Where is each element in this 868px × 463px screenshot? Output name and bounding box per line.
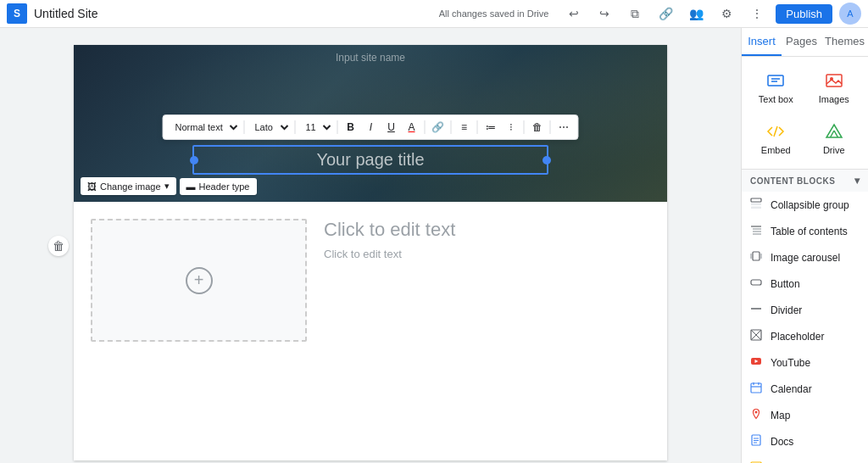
text-color-button[interactable]: A [403,118,421,137]
block-button[interactable]: Button [742,271,868,297]
image-placeholder[interactable]: + [91,219,307,342]
more-format-button[interactable]: ⋯ [554,118,573,137]
text-formatting-toolbar: Normal text Heading 1 Heading 2 Lato Ari… [163,114,579,140]
panel-tabs: Insert Pages Themes [742,28,868,57]
block-youtube[interactable]: YouTube [742,349,868,376]
insert-embed[interactable]: Embed [748,114,804,162]
toolbar-divider-8 [550,120,551,134]
content-blocks-label: CONTENT BLOCKS [750,176,835,186]
text-content: Click to edit text Click to edit text [324,219,650,260]
tab-insert[interactable]: Insert [742,28,782,56]
svg-rect-13 [751,207,761,209]
block-table-of-contents[interactable]: Table of contents [742,218,868,244]
tab-pages[interactable]: Pages [782,28,821,56]
delete-icon[interactable]: 🗑 [48,236,69,256]
numbered-list-button[interactable]: ≔ [481,118,500,137]
block-placeholder[interactable]: Placeholder [742,323,868,349]
button-label: Button [771,278,800,290]
embed-icon [765,121,786,142]
save-status: All changes saved in Drive [439,8,549,19]
block-docs[interactable]: Docs [742,428,868,455]
youtube-label: YouTube [771,357,810,369]
right-panel: Insert Pages Themes Text box [741,28,868,463]
image-carousel-label: Image carousel [771,252,840,264]
resize-handle-left[interactable] [190,156,198,165]
svg-rect-12 [751,204,761,206]
resize-handle-right[interactable] [542,156,551,165]
change-image-button[interactable]: 🖼 Change image ▾ [81,177,176,195]
bulleted-list-button[interactable]: ⁝ [502,118,520,137]
block-slides[interactable]: Slides [742,455,868,463]
site-canvas: Input site name Normal text Heading 1 He… [74,45,667,460]
toc-icon [750,224,764,238]
insert-panel: Text box Images [742,57,868,463]
insert-drive[interactable]: Drive [807,114,862,162]
toolbar-divider-3 [337,120,338,134]
svg-rect-28 [751,383,761,393]
change-image-chevron: ▾ [164,181,170,192]
click-to-edit-main[interactable]: Click to edit text [324,219,650,241]
toolbar-divider-5 [451,120,452,134]
image-icon: 🖼 [87,181,97,192]
redo-button[interactable]: ↪ [593,2,616,25]
app-icon: S [7,3,27,24]
publish-button[interactable]: Publish [776,4,832,24]
block-divider[interactable]: Divider [742,297,868,323]
share-users-button[interactable]: 👥 [684,2,708,25]
click-to-edit-sub[interactable]: Click to edit text [324,248,650,260]
site-title: Untitled Site [34,7,432,20]
italic-button[interactable]: I [362,118,381,137]
main-layout: 🗑 Input site name Normal text Heading 1 … [0,28,868,463]
header-controls: 🖼 Change image ▾ ▬ Header type [81,177,257,195]
insert-grid: Text box Images [742,57,868,169]
toolbar-divider-4 [425,120,426,134]
images-label: Images [819,94,849,104]
underline-button[interactable]: U [382,118,401,137]
textbox-icon [765,70,786,91]
settings-button[interactable]: ⚙ [715,2,738,25]
link-toolbar-button[interactable]: 🔗 [429,118,448,137]
youtube-icon [750,355,764,370]
content-blocks-header[interactable]: CONTENT BLOCKS ▾ [742,169,868,192]
drive-label: Drive [823,145,845,155]
more-button[interactable]: ⋮ [745,2,769,25]
block-collapsible-group[interactable]: Collapsible group [742,192,868,218]
toolbar-divider-7 [524,120,525,134]
header-type-label: Header type [199,181,250,192]
header-type-button[interactable]: ▬ Header type [180,178,257,195]
drive-icon [824,121,844,142]
block-image-carousel[interactable]: Image carousel [742,244,868,271]
content-blocks-list: Collapsible group Table of contents Imag… [742,192,868,463]
text-style-select[interactable]: Normal text Heading 1 Heading 2 [169,120,241,135]
page-title-text[interactable]: Your page title [201,150,540,170]
topbar: S Untitled Site All changes saved in Dri… [0,0,868,28]
link-button[interactable]: 🔗 [654,2,677,25]
font-select[interactable]: Lato Arial [248,120,292,135]
svg-line-10 [834,131,838,137]
font-size-select[interactable]: 11 12 14 16 [299,120,334,135]
tab-themes[interactable]: Themes [821,28,868,56]
block-calendar[interactable]: Calendar [742,376,868,402]
content-section: + Click to edit text Click to edit text [74,202,667,359]
align-button[interactable]: ≡ [455,118,474,137]
svg-line-9 [830,131,834,137]
svg-rect-5 [826,75,842,86]
placeholder-icon [750,329,764,343]
bold-button[interactable]: B [342,118,360,137]
insert-images[interactable]: Images [807,64,862,111]
site-name-placeholder[interactable]: Input site name [336,52,405,64]
toolbar-divider-1 [244,120,245,134]
undo-button[interactable]: ↩ [562,2,586,25]
collapsible-icon [750,198,764,212]
clear-format-button[interactable]: 🗑 [528,118,547,137]
change-image-label: Change image [100,181,161,192]
block-map[interactable]: Map [742,402,868,428]
svg-rect-21 [751,280,761,285]
divider-label: Divider [771,304,802,316]
carousel-icon [750,250,764,265]
docs-icon [750,434,764,449]
preview-button[interactable]: ⧉ [623,2,647,25]
page-title-box[interactable]: Your page title [192,145,548,175]
insert-textbox[interactable]: Text box [748,64,804,111]
svg-rect-11 [751,198,761,202]
